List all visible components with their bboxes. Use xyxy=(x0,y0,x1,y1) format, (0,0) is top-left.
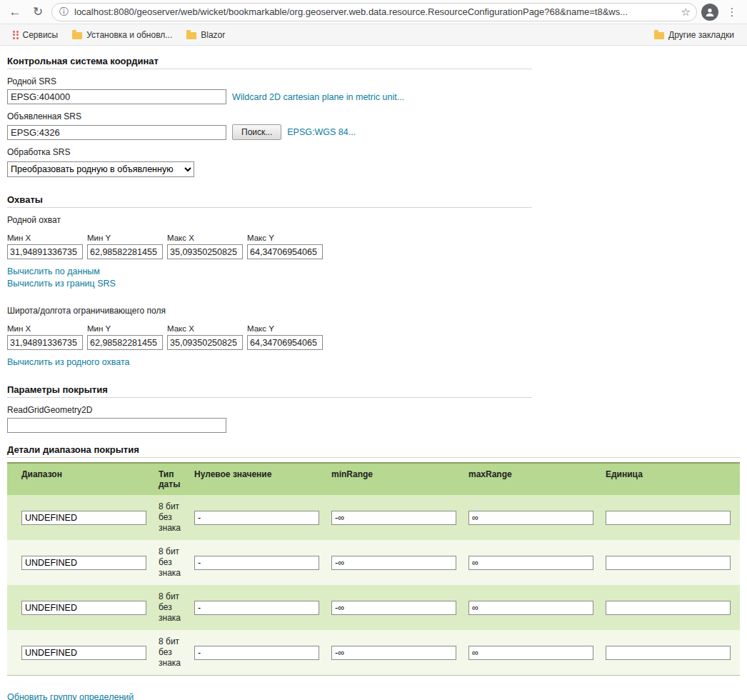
band-name-input[interactable] xyxy=(21,511,146,525)
native-maxy-input[interactable] xyxy=(247,244,323,259)
compute-from-data-link[interactable]: Вычислить по данным xyxy=(7,266,740,276)
band-row: 8 бит без знака xyxy=(7,630,740,676)
col-band: Диапазон xyxy=(7,463,159,495)
profile-avatar[interactable] xyxy=(701,4,718,21)
band-min-input[interactable] xyxy=(331,601,456,615)
address-bar[interactable]: ⓘ localhost:8080/geoserver/web/wicket/bo… xyxy=(51,3,697,21)
band-datatype: 8 бит без знака xyxy=(159,636,181,668)
latlon-bbox-label: Широта/долгота ограничивающего поля xyxy=(7,306,740,316)
col-datatype: Тип даты xyxy=(159,463,194,495)
folder-icon xyxy=(654,32,664,39)
native-srs-description-link[interactable]: Wildcard 2D cartesian plane in metric un… xyxy=(232,92,404,102)
band-min-input[interactable] xyxy=(331,646,456,660)
band-max-input[interactable] xyxy=(468,646,593,660)
latlon-miny-input[interactable] xyxy=(87,335,163,350)
bookmark-star-icon[interactable]: ☆ xyxy=(681,6,691,19)
maxx-label: Макс X xyxy=(167,320,244,335)
band-null-input[interactable] xyxy=(194,646,319,660)
back-icon[interactable]: ← xyxy=(6,3,24,21)
band-null-input[interactable] xyxy=(194,601,319,615)
band-row: 8 бит без знака xyxy=(7,585,740,630)
table-header-row: Диапазон Тип даты Нулевое значение minRa… xyxy=(7,463,740,495)
maxx-label: Макс X xyxy=(167,229,244,244)
folder-icon xyxy=(186,32,196,39)
latlon-bbox: Мин X Мин Y Макс X Макс Y Вычислить из р… xyxy=(7,320,740,367)
band-row: 8 бит без знака xyxy=(7,540,740,585)
band-unit-input[interactable] xyxy=(606,556,731,570)
resource-configuration-page: Контрольная система координат Родной SRS… xyxy=(0,46,747,700)
band-max-input[interactable] xyxy=(468,601,593,615)
folder-icon xyxy=(72,32,82,39)
bookmark-label: Сервисы xyxy=(23,30,59,40)
native-bbox: Мин X Мин Y Макс X Макс Y Вычислить по д… xyxy=(7,229,740,289)
browser-chrome: ← ↻ ⓘ localhost:8080/geoserver/web/wicke… xyxy=(0,0,747,46)
band-datatype: 8 бит без знака xyxy=(159,501,181,533)
maxy-label: Макс Y xyxy=(247,229,324,244)
declared-srs-label: Объявленная SRS xyxy=(7,111,740,121)
page-info-icon[interactable]: ⓘ xyxy=(59,6,69,19)
reload-icon[interactable]: ↻ xyxy=(29,3,47,21)
refresh-band-definitions-link[interactable]: Обновить группу определений xyxy=(7,692,134,700)
minx-label: Мин X xyxy=(7,320,84,335)
band-max-input[interactable] xyxy=(468,556,593,570)
band-datatype: 8 бит без знака xyxy=(159,546,181,578)
band-null-input[interactable] xyxy=(194,511,319,525)
native-minx-input[interactable] xyxy=(7,244,83,259)
minx-label: Мин X xyxy=(7,229,84,244)
declared-srs-input[interactable] xyxy=(7,125,226,140)
band-unit-input[interactable] xyxy=(606,601,731,615)
compute-from-srs-link[interactable]: Вычислить из границ SRS xyxy=(7,279,740,289)
bookmark-folder-blazor[interactable]: Blazor xyxy=(181,28,231,42)
band-unit-input[interactable] xyxy=(606,511,731,525)
bookmarks-bar: Сервисы Установка и обновл... Blazor Дру… xyxy=(0,24,747,46)
native-miny-input[interactable] xyxy=(87,244,163,259)
band-max-input[interactable] xyxy=(468,511,593,525)
compute-from-native-link[interactable]: Вычислить из родного охвата xyxy=(7,357,740,367)
band-name-input[interactable] xyxy=(21,646,146,660)
bookmark-label: Установка и обновл... xyxy=(86,30,172,40)
bookmark-folder-install[interactable]: Установка и обновл... xyxy=(66,28,178,42)
col-maxrange: maxRange xyxy=(468,463,606,495)
native-srs-label: Родной SRS xyxy=(7,76,740,86)
native-bbox-label: Родной охват xyxy=(7,215,740,225)
person-icon xyxy=(704,6,716,18)
find-srs-button[interactable]: Поиск... xyxy=(232,124,281,140)
band-details-table: Диапазон Тип даты Нулевое значение minRa… xyxy=(7,462,740,676)
band-null-input[interactable] xyxy=(194,556,319,570)
band-name-input[interactable] xyxy=(21,556,146,570)
native-maxx-input[interactable] xyxy=(167,244,243,259)
readgridgeometry-input[interactable] xyxy=(7,418,226,433)
col-unit: Единица xyxy=(606,463,740,495)
browser-toolbar: ← ↻ ⓘ localhost:8080/geoserver/web/wicke… xyxy=(0,0,747,24)
section-title-crs: Контрольная система координат xyxy=(7,56,532,69)
band-min-input[interactable] xyxy=(331,556,456,570)
bookmark-label: Другие закладки xyxy=(668,30,734,40)
url-text[interactable]: localhost:8080/geoserver/web/wicket/book… xyxy=(74,6,676,17)
srs-handling-label: Обработка SRS xyxy=(7,147,740,157)
band-unit-input[interactable] xyxy=(606,646,731,660)
declared-srs-description-link[interactable]: EPSG:WGS 84... xyxy=(287,127,356,137)
band-min-input[interactable] xyxy=(331,511,456,525)
section-title-band-details: Детали диапазона покрытия xyxy=(7,444,740,458)
services-icon xyxy=(13,31,19,39)
col-minrange: minRange xyxy=(331,463,468,495)
band-row: 8 бит без знака xyxy=(7,495,740,540)
readgridgeometry-label: ReadGridGeometry2D xyxy=(7,405,740,415)
latlon-maxy-input[interactable] xyxy=(247,335,323,350)
native-srs-input[interactable] xyxy=(7,89,226,104)
bookmark-other-bookmarks[interactable]: Другие закладки xyxy=(648,28,740,42)
miny-label: Мин Y xyxy=(87,320,164,335)
section-title-bounds: Охваты xyxy=(7,194,532,208)
section-title-coverage-params: Параметры покрытия xyxy=(7,384,532,398)
srs-handling-select[interactable]: Преобразовать родную в объявленную xyxy=(7,161,194,177)
bookmark-label: Blazor xyxy=(201,30,225,40)
maxy-label: Макс Y xyxy=(247,320,324,335)
latlon-minx-input[interactable] xyxy=(7,335,83,350)
col-nullvalue: Нулевое значение xyxy=(194,463,331,495)
latlon-maxx-input[interactable] xyxy=(167,335,243,350)
miny-label: Мин Y xyxy=(87,229,164,244)
bookmark-services[interactable]: Сервисы xyxy=(7,28,64,42)
band-datatype: 8 бит без знака xyxy=(159,591,181,623)
browser-menu-icon[interactable]: ⋮ xyxy=(723,3,741,21)
band-name-input[interactable] xyxy=(21,601,146,615)
